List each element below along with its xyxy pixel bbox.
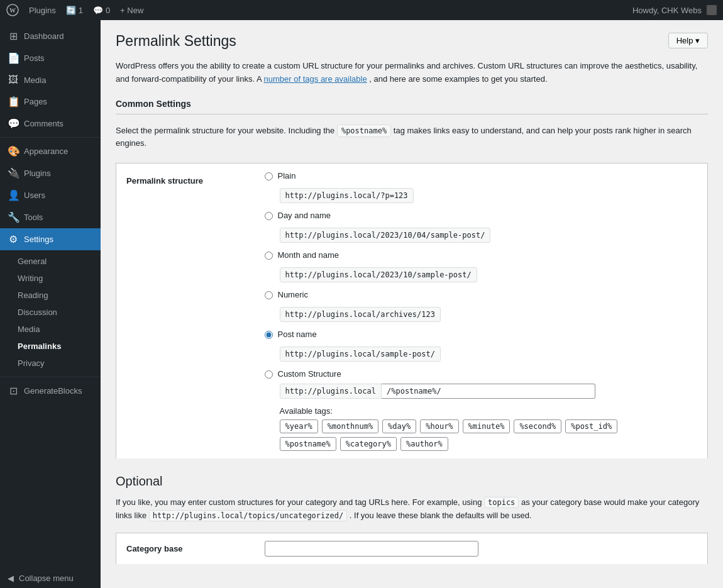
option-numeric: Numeric: [265, 290, 698, 299]
optional-title: Optional: [116, 474, 708, 489]
option-day-name: Day and name: [265, 211, 698, 220]
tag-post-id[interactable]: %post_id%: [565, 419, 617, 433]
radio-plain[interactable]: [265, 172, 273, 180]
radio-custom[interactable]: [265, 370, 273, 379]
menu-separator-2: [0, 377, 101, 377]
svg-text:W: W: [9, 7, 16, 14]
label-post-name[interactable]: Post name: [278, 330, 317, 339]
available-tags-label: Available tags:: [280, 406, 698, 416]
label-month-name[interactable]: Month and name: [278, 250, 339, 260]
tag-minute[interactable]: %minute%: [463, 419, 511, 433]
tag-day[interactable]: %day%: [382, 419, 416, 433]
sidebar-item-tools[interactable]: 🔧 Tools: [0, 206, 101, 228]
generateblocks-icon: ⊡: [8, 385, 19, 397]
radio-day-name[interactable]: [265, 212, 273, 220]
custom-structure-input-row: http://plugins.local: [280, 384, 698, 399]
url-post-name: http://plugins.local/sample-post/: [280, 347, 441, 362]
sidebar-item-comments[interactable]: 💬 Comments: [0, 113, 101, 135]
submenu-item-general[interactable]: General: [0, 253, 101, 270]
comments-icon: 💬: [8, 118, 19, 130]
tag-monthnum[interactable]: %monthnum%: [322, 419, 378, 433]
comments-icon: 💬: [93, 6, 103, 15]
common-settings-title: Common Settings: [116, 99, 708, 114]
url-day-name: http://plugins.local/2023/10/04/sample-p…: [280, 228, 491, 243]
sidebar-item-appearance[interactable]: 🎨 Appearance: [0, 140, 101, 162]
permalink-structure-label: Permalink structure: [116, 164, 255, 459]
sidebar-item-posts[interactable]: 📄 Posts: [0, 47, 101, 69]
sidebar-item-generateblocks[interactable]: ⊡ GenerateBlocks: [0, 380, 101, 402]
tag-hour[interactable]: %hour%: [420, 419, 458, 433]
url-month-name: http://plugins.local/2023/10/sample-post…: [280, 267, 477, 282]
submenu-item-privacy[interactable]: Privacy: [0, 355, 101, 372]
plugins-label: Plugins: [29, 6, 56, 15]
sidebar-item-settings[interactable]: ⚙ Settings: [0, 228, 101, 250]
permalink-structure-row: Permalink structure Plain http://plugins…: [116, 164, 708, 459]
optional-description: If you like, you may enter custom struct…: [116, 496, 708, 523]
label-custom[interactable]: Custom Structure: [278, 369, 341, 379]
sidebar-item-label: Dashboard: [24, 31, 64, 41]
tag-category[interactable]: %category%: [340, 437, 397, 451]
new-label: + New: [120, 6, 143, 15]
sidebar: ⊞ Dashboard 📄 Posts 🖼 Media 📋 Pages 💬 Co…: [0, 20, 101, 588]
custom-url-input[interactable]: [382, 384, 595, 399]
common-settings-description: Select the permalink structure for your …: [116, 125, 708, 151]
media-icon: 🖼: [8, 74, 19, 86]
user-greeting: Howdy, CHK Webs: [632, 6, 702, 15]
collapse-menu-button[interactable]: ◀ Collapse menu: [0, 569, 101, 588]
collapse-icon: ◀: [8, 574, 14, 583]
tag-year[interactable]: %year%: [280, 419, 318, 433]
option-post-name: Post name: [265, 330, 698, 339]
desc-part1: Select the permalink structure for your …: [116, 126, 334, 135]
optional-section: Optional If you like, you may enter cust…: [116, 474, 708, 565]
tag-postname[interactable]: %postname%: [280, 437, 336, 451]
sidebar-item-label: Plugins: [24, 169, 51, 178]
tags-available-link[interactable]: number of tags are available: [264, 74, 367, 84]
radio-month-name[interactable]: [265, 252, 273, 260]
optional-url-example: http://plugins.local/topics/uncategorize…: [149, 510, 347, 521]
sidebar-item-label: Posts: [24, 53, 45, 63]
users-icon: 👤: [8, 189, 19, 201]
sidebar-item-media[interactable]: 🖼 Media: [0, 69, 101, 91]
sidebar-item-plugins[interactable]: 🔌 Plugins: [0, 162, 101, 184]
page-description: WordPress offers you the ability to crea…: [116, 60, 708, 86]
tag-second[interactable]: %second%: [514, 419, 561, 433]
radio-post-name[interactable]: [265, 331, 273, 339]
submenu-item-reading[interactable]: Reading: [0, 287, 101, 304]
sidebar-item-label: Users: [24, 191, 45, 200]
submenu-item-writing[interactable]: Writing: [0, 270, 101, 287]
sidebar-item-users[interactable]: 👤 Users: [0, 184, 101, 206]
category-base-row: Category base: [116, 533, 708, 564]
sidebar-item-label: Settings: [24, 235, 53, 244]
refresh-icon: 🔄: [66, 6, 76, 15]
wp-logo[interactable]: W: [6, 4, 19, 16]
collapse-label: Collapse menu: [19, 574, 74, 583]
sidebar-item-label: Media: [24, 75, 46, 85]
sidebar-item-label: Pages: [24, 97, 47, 106]
submenu-item-discussion[interactable]: Discussion: [0, 304, 101, 321]
posts-icon: 📄: [8, 52, 19, 64]
sidebar-item-dashboard[interactable]: ⊞ Dashboard: [0, 25, 101, 47]
label-day-name[interactable]: Day and name: [278, 211, 331, 220]
option-plain: Plain: [265, 171, 698, 180]
submenu-item-media[interactable]: Media: [0, 321, 101, 338]
appearance-icon: 🎨: [8, 145, 19, 157]
help-button[interactable]: Help ▾: [668, 33, 708, 48]
new-item[interactable]: + New: [120, 6, 143, 15]
updates-item[interactable]: 🔄 1: [66, 6, 83, 15]
comments-item[interactable]: 💬 0: [93, 6, 110, 15]
sidebar-item-pages[interactable]: 📋 Pages: [0, 91, 101, 113]
label-numeric[interactable]: Numeric: [278, 290, 308, 299]
url-plain: http://plugins.local/?p=123: [280, 188, 414, 203]
postname-code: %postname%: [337, 125, 391, 137]
sidebar-item-label: Comments: [24, 119, 63, 128]
permalink-settings-table: Permalink structure Plain http://plugins…: [116, 163, 708, 459]
tag-author[interactable]: %author%: [400, 437, 448, 451]
category-base-cell: [255, 533, 708, 564]
admin-bar: W Plugins 🔄 1 💬 0 + New Howdy, CHK Webs: [0, 0, 723, 20]
category-base-input[interactable]: [265, 541, 478, 557]
sidebar-item-label: Appearance: [24, 147, 68, 156]
label-plain[interactable]: Plain: [278, 171, 296, 180]
radio-numeric[interactable]: [265, 291, 273, 299]
plugins-menu-item[interactable]: Plugins: [29, 6, 56, 15]
submenu-item-permalinks[interactable]: Permalinks: [0, 338, 101, 355]
